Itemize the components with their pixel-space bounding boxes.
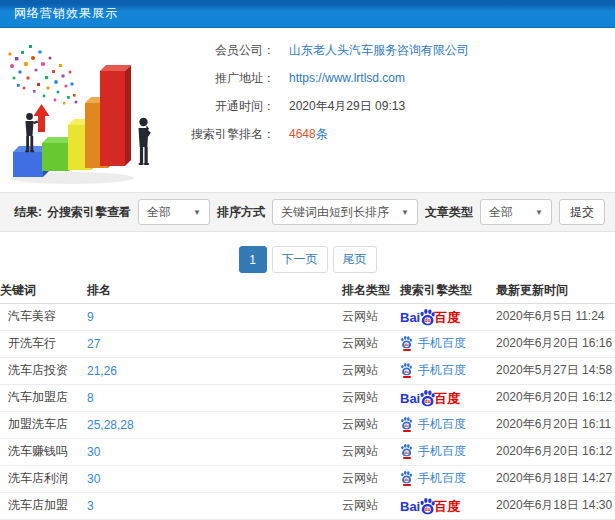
mobile-baidu-icon: du: [400, 470, 413, 486]
company-info-list: 会员公司： 山东老人头汽车服务咨询有限公司 推广地址： https://www.…: [185, 36, 610, 148]
baidu-paw-icon: du: [400, 470, 413, 484]
mobile-baidu-badge: du手机百度: [400, 470, 466, 487]
mobile-baidu-badge: du手机百度: [400, 416, 466, 433]
svg-text:du: du: [404, 424, 408, 428]
mobile-baidu-underline: [403, 349, 411, 351]
svg-text:du: du: [404, 343, 408, 347]
rank-link[interactable]: 30: [87, 472, 100, 486]
info-row-opened: 开通时间： 2020年4月29日 09:13: [185, 92, 610, 120]
keyword-cell: 洗车店利润: [0, 465, 87, 492]
chevron-down-icon: ▼: [535, 208, 543, 217]
svg-text:du: du: [425, 399, 431, 404]
engine-rank-label: 搜索引擎排名：: [185, 126, 275, 143]
article-type-selected: 全部: [489, 204, 513, 221]
rank-cell: 8: [87, 384, 342, 411]
table-row: 洗车店加盟3云网站Baidu百度2020年6月18日 14:30: [0, 492, 615, 519]
company-info-section: 会员公司： 山东老人头汽车服务咨询有限公司 推广地址： https://www.…: [0, 28, 615, 192]
sort-mode-selected: 关键词由短到长排序: [281, 204, 389, 221]
mobile-baidu-icon: du: [400, 416, 413, 432]
header-rank-type: 排名类型: [342, 279, 400, 303]
last-page-button[interactable]: 尾页: [333, 246, 377, 273]
result-label: 结果:: [14, 204, 42, 221]
open-time-label: 开通时间：: [185, 98, 275, 115]
update-time-cell: 2020年6月18日 14:30: [496, 492, 615, 519]
rank-link[interactable]: 9: [87, 310, 94, 324]
mobile-baidu-icon: du: [400, 335, 413, 351]
rank-link[interactable]: 27: [87, 337, 100, 351]
engine-view-select[interactable]: 全部 ▼: [138, 199, 210, 225]
baidu-logo-bai-text: Bai: [400, 311, 420, 324]
mobile-baidu-badge: du手机百度: [400, 443, 466, 460]
rank-link[interactable]: 25,28,28: [87, 418, 134, 432]
rank-cell: 3: [87, 492, 342, 519]
next-page-button[interactable]: 下一页: [272, 246, 328, 273]
keyword-cell: 汽车加盟店: [0, 384, 87, 411]
sort-mode-label: 排序方式: [217, 204, 265, 221]
rank-type-cell: 云网站: [342, 411, 400, 438]
table-row: 洗车赚钱吗30云网站du手机百度2020年6月20日 16:12: [0, 438, 615, 465]
rank-cell: 9: [87, 303, 342, 330]
baidu-logo: Baidu百度: [400, 497, 460, 513]
svg-text:du: du: [404, 451, 408, 455]
keyword-ranking-table: 关键词 排名 排名类型 搜索引擎类型 最新更新时间 汽车美容9云网站Baidu百…: [0, 279, 615, 520]
title-bar: 网络营销效果展示: [0, 0, 615, 28]
confetti-dots: [8, 45, 77, 104]
chevron-down-icon: ▼: [193, 208, 201, 217]
page-button-1[interactable]: 1: [239, 246, 267, 273]
header-keyword: 关键词: [0, 279, 87, 303]
engine-type-cell: Baidu百度: [400, 303, 496, 330]
submit-button[interactable]: 提交: [559, 199, 605, 225]
rank-type-cell: 云网站: [342, 492, 400, 519]
engine-rank-value: 4648条: [289, 126, 328, 143]
baidu-logo-cn-text: 百度: [434, 311, 460, 324]
promo-url-label: 推广地址：: [185, 70, 275, 87]
rank-type-cell: 云网站: [342, 465, 400, 492]
baidu-paw-icon: du: [400, 335, 413, 349]
mobile-baidu-label: 手机百度: [418, 470, 466, 487]
article-type-select[interactable]: 全部 ▼: [480, 199, 552, 225]
promo-url-link[interactable]: https://www.lrtlsd.com: [289, 71, 405, 85]
rank-link[interactable]: 3: [87, 499, 94, 513]
mobile-baidu-underline: [403, 457, 411, 459]
table-row: 汽车美容9云网站Baidu百度2020年6月5日 11:24: [0, 303, 615, 330]
update-time-cell: 2020年6月20日 16:16: [496, 330, 615, 357]
mobile-baidu-badge: du手机百度: [400, 335, 466, 352]
engine-type-cell: Baidu百度: [400, 384, 496, 411]
rank-link[interactable]: 30: [87, 445, 100, 459]
engine-type-cell: Baidu百度: [400, 492, 496, 519]
baidu-logo-bai-text: Bai: [400, 500, 420, 513]
baidu-paw-icon: du: [400, 416, 413, 430]
table-header-row: 关键词 排名 排名类型 搜索引擎类型 最新更新时间: [0, 279, 615, 303]
update-time-cell: 2020年6月18日 14:27: [496, 465, 615, 492]
engine-type-cell: du手机百度: [400, 411, 496, 438]
engine-type-cell: du手机百度: [400, 357, 496, 384]
rank-cell: 30: [87, 465, 342, 492]
rank-type-cell: 云网站: [342, 357, 400, 384]
baidu-logo: Baidu百度: [400, 389, 460, 405]
info-row-member: 会员公司： 山东老人头汽车服务咨询有限公司: [185, 36, 610, 64]
engine-type-cell: du手机百度: [400, 330, 496, 357]
header-engine-type: 搜索引擎类型: [400, 279, 496, 303]
member-company-label: 会员公司：: [185, 42, 275, 59]
keyword-cell: 汽车美容: [0, 303, 87, 330]
mobile-baidu-underline: [403, 430, 411, 432]
mobile-baidu-icon: du: [400, 362, 413, 378]
open-time-value: 2020年4月29日 09:13: [289, 98, 405, 115]
svg-text:du: du: [425, 507, 431, 512]
rank-link[interactable]: 21,26: [87, 364, 117, 378]
update-time-cell: 2020年6月20日 16:12: [496, 384, 615, 411]
sort-mode-select[interactable]: 关键词由短到长排序 ▼: [272, 199, 418, 225]
engine-view-selected: 全部: [147, 204, 171, 221]
baidu-logo-bai-text: Bai: [400, 392, 420, 405]
mobile-baidu-underline: [403, 376, 411, 378]
member-company-link[interactable]: 山东老人头汽车服务咨询有限公司: [289, 42, 469, 59]
table-row: 加盟洗车店25,28,28云网站du手机百度2020年6月20日 16:11: [0, 411, 615, 438]
rank-type-cell: 云网站: [342, 330, 400, 357]
rank-link[interactable]: 8: [87, 391, 94, 405]
keyword-cell: 开洗车行: [0, 330, 87, 357]
header-update-time: 最新更新时间: [496, 279, 615, 303]
baidu-logo-cn-text: 百度: [434, 392, 460, 405]
filter-controls: 分搜索引擎查看 全部 ▼ 排序方式 关键词由短到长排序 ▼ 文章类型 全部 ▼ …: [47, 199, 605, 225]
baidu-paw-icon: du: [400, 443, 413, 457]
info-row-rank: 搜索引擎排名： 4648条: [185, 120, 610, 148]
